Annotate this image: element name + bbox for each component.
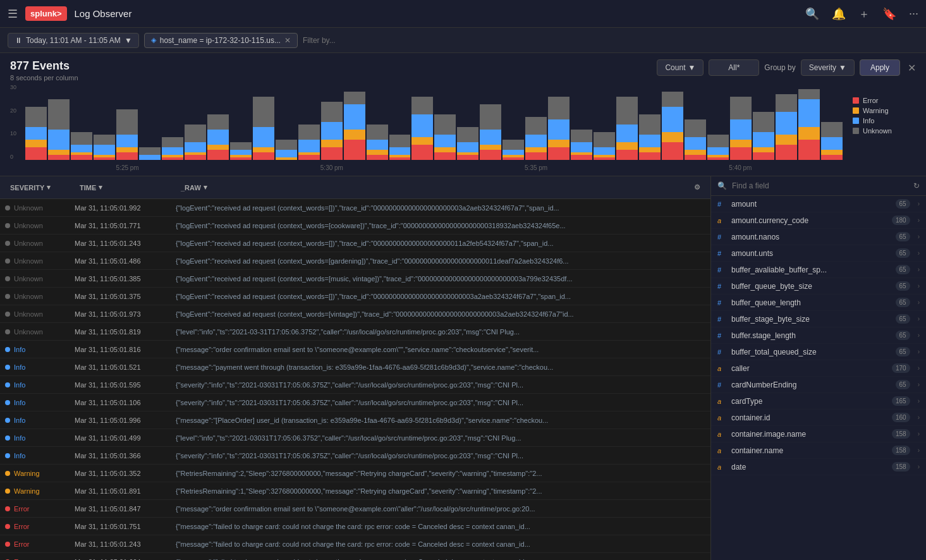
field-expand-icon[interactable]: › [918, 348, 920, 355]
field-item[interactable]: # buffer_avaliable_buffer_sp... 65 › [711, 262, 926, 278]
field-search-input[interactable] [732, 181, 908, 190]
count-dropdown[interactable]: Count ▼ [657, 59, 704, 76]
table-row[interactable]: Unknown Mar 31, 11:05:01.385 {"logEvent"… [0, 270, 710, 288]
chart-close-icon[interactable]: ✕ [908, 62, 916, 74]
table-row[interactable]: Unknown Mar 31, 11:05:01.973 {"logEvent"… [0, 305, 710, 323]
field-item[interactable]: a cardType 165 › [711, 393, 926, 410]
table-row[interactable]: Error Mar 31, 11:05:01.751 {"message":"f… [0, 518, 710, 535]
search-icon[interactable]: 🔍 [805, 7, 819, 21]
bar-group[interactable] [525, 84, 547, 160]
filter-chip[interactable]: ◈ host_name = ip-172-32-10-115.us... ✕ [144, 33, 298, 48]
bar-group[interactable] [116, 84, 138, 160]
bar-group[interactable] [434, 84, 456, 160]
table-row[interactable]: Unknown Mar 31, 11:05:01.486 {"logEvent"… [0, 252, 710, 270]
bar-group[interactable] [798, 84, 820, 160]
table-row[interactable]: Unknown Mar 31, 11:05:01.375 {"logEvent"… [0, 288, 710, 305]
bar-group[interactable] [230, 84, 252, 160]
bar-group[interactable] [71, 84, 92, 160]
field-expand-icon[interactable]: › [918, 217, 920, 224]
field-expand-icon[interactable]: › [918, 299, 920, 306]
field-expand-icon[interactable]: › [918, 332, 920, 339]
bar-group[interactable] [411, 84, 433, 160]
th-time[interactable]: TIME ▾ [75, 183, 176, 192]
table-row[interactable]: Info Mar 31, 11:05:01.106 {"severity":"i… [0, 394, 710, 411]
field-item[interactable]: a container.id 160 › [711, 410, 926, 426]
filter-input[interactable] [303, 36, 918, 45]
table-row[interactable]: Info Mar 31, 11:05:01.816 {"message":"or… [0, 341, 710, 358]
field-item[interactable]: a container.name 158 › [711, 442, 926, 459]
field-item[interactable]: # buffer_total_queued_size 65 › [711, 344, 926, 360]
field-item[interactable]: # cardNumberEnding 65 › [711, 377, 926, 393]
bar-group[interactable] [821, 84, 843, 160]
table-row[interactable]: Info Mar 31, 11:05:01.595 {"severity":"i… [0, 376, 710, 394]
table-row[interactable]: Info Mar 31, 11:05:01.521 {"message":"pa… [0, 358, 710, 376]
bell-icon[interactable]: 🔔 [832, 7, 846, 21]
bar-group[interactable] [389, 84, 411, 160]
bar-group[interactable] [298, 84, 320, 160]
field-item[interactable]: a date 158 › [711, 459, 926, 475]
field-item[interactable]: # buffer_stage_byte_size 65 › [711, 311, 926, 327]
bar-group[interactable] [25, 84, 47, 160]
severity-dropdown[interactable]: Severity ▼ [801, 59, 855, 76]
settings-icon[interactable]: ⚙ [689, 183, 705, 192]
bar-group[interactable] [548, 84, 570, 160]
field-item[interactable]: # amount.unts 65 › [711, 245, 926, 262]
field-expand-icon[interactable]: › [918, 430, 920, 437]
bar-group[interactable] [344, 84, 365, 160]
bar-group[interactable] [480, 84, 501, 160]
bar-group[interactable] [457, 84, 478, 160]
bar-group[interactable] [503, 84, 524, 160]
table-row[interactable]: Error Mar 31, 11:05:01.847 {"message":"o… [0, 500, 710, 518]
hamburger-icon[interactable]: ☰ [8, 7, 18, 21]
bar-group[interactable] [730, 84, 752, 160]
field-expand-icon[interactable]: › [918, 233, 920, 240]
table-row[interactable]: Warning Mar 31, 11:05:01.352 {"RetriesRe… [0, 465, 710, 482]
field-item[interactable]: a amount.currency_code 180 › [711, 212, 926, 229]
plus-icon[interactable]: ＋ [858, 6, 870, 21]
more-icon[interactable]: ··· [909, 7, 918, 20]
bar-group[interactable] [685, 84, 706, 160]
bar-group[interactable] [162, 84, 183, 160]
table-row[interactable]: Unknown Mar 31, 11:05:01.243 {"logEvent"… [0, 234, 710, 252]
table-row[interactable]: Info Mar 31, 11:05:01.366 {"severity":"i… [0, 447, 710, 465]
field-item[interactable]: # buffer_queue_byte_size 65 › [711, 278, 926, 295]
field-expand-icon[interactable]: › [918, 315, 920, 322]
field-expand-icon[interactable]: › [918, 447, 920, 454]
bar-group[interactable] [94, 84, 115, 160]
refresh-icon[interactable]: ↻ [913, 181, 920, 190]
bar-group[interactable] [776, 84, 797, 160]
th-severity[interactable]: SEVERITY ▾ [5, 183, 75, 192]
field-expand-icon[interactable]: › [918, 200, 920, 207]
bar-group[interactable] [207, 84, 229, 160]
table-row[interactable]: Warning Mar 31, 11:05:01.891 {"RetriesRe… [0, 482, 710, 500]
field-expand-icon[interactable]: › [918, 381, 920, 388]
bar-group[interactable] [707, 84, 729, 160]
bar-group[interactable] [639, 84, 661, 160]
table-row[interactable]: Info Mar 31, 11:05:01.996 {"message":"[P… [0, 411, 710, 429]
bar-group[interactable] [571, 84, 592, 160]
bar-group[interactable] [616, 84, 638, 160]
remove-filter-button[interactable]: ✕ [284, 36, 291, 45]
bar-group[interactable] [662, 84, 683, 160]
time-range-picker[interactable]: ⏸ Today, 11:01 AM - 11:05 AM ▼ [8, 33, 139, 48]
field-expand-icon[interactable]: › [918, 266, 920, 273]
field-expand-icon[interactable]: › [918, 414, 920, 421]
bar-group[interactable] [276, 84, 297, 160]
field-expand-icon[interactable]: › [918, 398, 920, 405]
table-row[interactable]: Unknown Mar 31, 11:05:01.992 {"logEvent"… [0, 199, 710, 217]
field-item[interactable]: # buffer_queue_length 65 › [711, 295, 926, 311]
table-row[interactable]: Unknown Mar 31, 11:05:01.819 {"level":"i… [0, 323, 710, 341]
field-expand-icon[interactable]: › [918, 463, 920, 470]
bar-group[interactable] [185, 84, 206, 160]
table-row[interactable]: Unknown Mar 31, 11:05:01.771 {"logEvent"… [0, 217, 710, 234]
field-item[interactable]: # amount.nanos 65 › [711, 229, 926, 245]
bar-group[interactable] [321, 84, 343, 160]
field-expand-icon[interactable]: › [918, 365, 920, 372]
table-row[interactable]: Error Mar 31, 11:05:01.664 {"message":"f… [0, 553, 710, 560]
field-expand-icon[interactable]: › [918, 250, 920, 257]
table-row[interactable]: Error Mar 31, 11:05:01.243 {"message":"f… [0, 535, 710, 553]
bar-group[interactable] [594, 84, 615, 160]
field-item[interactable]: # amount 65 › [711, 196, 926, 212]
field-item[interactable]: a container.image.name 158 › [711, 426, 926, 442]
field-item[interactable]: # buffer.stage_length 65 › [711, 327, 926, 344]
